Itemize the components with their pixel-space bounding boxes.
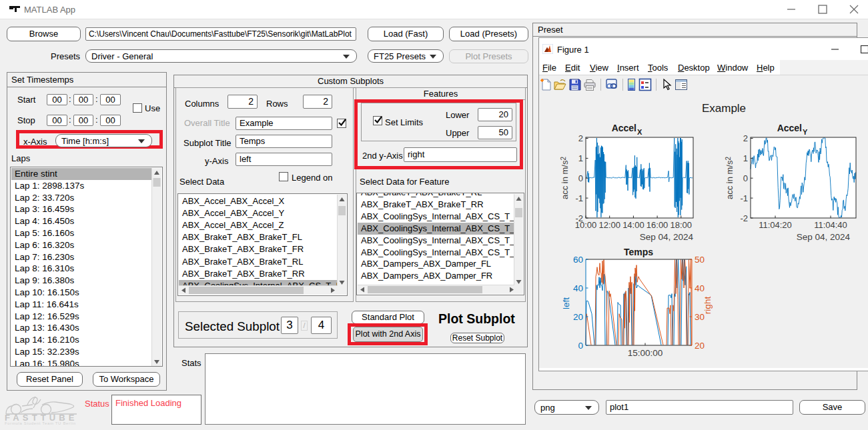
svg-text:10:00: 10:00 [575,220,597,230]
svg-text:11:04:40: 11:04:40 [814,220,847,230]
svg-text:16:00: 16:00 [646,220,669,230]
svg-text:12:00: 12:00 [598,220,620,230]
svg-text:11:04:20: 11:04:20 [759,220,792,230]
svg-text:Sep 04, 2024: Sep 04, 2024 [797,232,851,242]
svg-text:20: 20 [695,341,705,351]
svg-text:2: 2 [578,133,583,143]
svg-text:Sep 04, 2024: Sep 04, 2024 [640,232,694,242]
svg-text:-2: -2 [740,213,748,223]
svg-text:right: right [703,297,713,315]
svg-text:2: 2 [743,133,748,143]
svg-text:acc in m/s2: acc in m/s2 [725,157,735,200]
svg-text:40: 40 [695,283,705,293]
svg-text:50: 50 [695,255,705,265]
svg-text:0: 0 [578,173,583,183]
svg-text:X: X [637,128,642,136]
svg-text:-1: -1 [575,193,583,203]
svg-text:Example: Example [702,102,746,115]
svg-text:20: 20 [573,312,583,322]
svg-text:Temps: Temps [624,247,653,257]
svg-text:Accel: Accel [777,123,802,133]
svg-text:40: 40 [573,283,583,293]
svg-text:60: 60 [573,255,583,265]
svg-text:Y: Y [803,128,808,136]
svg-text:acc in m/s2: acc in m/s2 [560,157,570,200]
svg-text:1: 1 [743,153,748,163]
svg-text:14:00: 14:00 [622,220,644,230]
svg-text:15:00:00: 15:00:00 [628,348,663,358]
svg-text:left: left [561,297,571,309]
svg-text:0: 0 [578,341,583,351]
svg-text:Accel: Accel [612,123,636,133]
svg-text:Formula Student Team TU Berlin: Formula Student Team TU Berlin [5,421,75,425]
svg-text:18:00: 18:00 [671,220,693,230]
svg-text:0: 0 [743,173,748,183]
svg-text:1: 1 [578,153,583,163]
svg-text:-1: -1 [740,193,748,203]
